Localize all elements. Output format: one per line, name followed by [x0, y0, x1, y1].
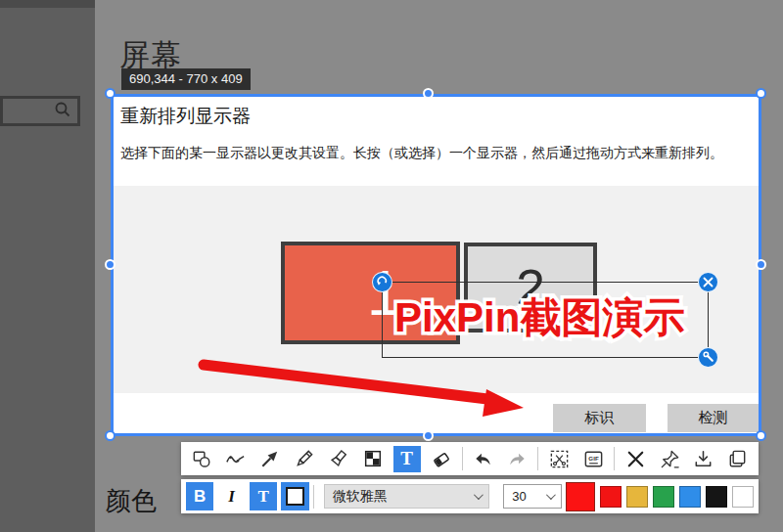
- selection-handle-bottom-right[interactable]: [756, 430, 766, 441]
- italic-toggle[interactable]: I: [217, 482, 245, 510]
- highlighter-tool[interactable]: [325, 446, 352, 472]
- selection-size-tooltip: 690,344 - 770 x 409: [121, 68, 251, 90]
- font-size-value: 30: [512, 489, 526, 504]
- color-swatch-black[interactable]: [706, 486, 727, 508]
- annotation-toolbar: T GIF: [181, 442, 759, 475]
- detect-button[interactable]: 检测: [668, 404, 759, 432]
- color-swatch-yellow[interactable]: [626, 486, 648, 508]
- color-swatch-green[interactable]: [653, 486, 674, 508]
- rotate-icon: [376, 274, 389, 291]
- search-icon: [54, 101, 71, 122]
- toolbar-separator: [614, 447, 615, 470]
- selection-handle-bottom-left[interactable]: [105, 430, 115, 441]
- eraser-tool[interactable]: [428, 446, 455, 472]
- polyline-tool[interactable]: [222, 446, 250, 472]
- gif-record-tool[interactable]: GIF: [579, 446, 607, 472]
- text-format-bar: B I T 微软雅黑 30: [181, 479, 759, 513]
- chevron-down-icon: [546, 490, 556, 500]
- arrow-tool[interactable]: [256, 446, 284, 472]
- outline-color-button[interactable]: [281, 482, 308, 510]
- selection-handle-top-middle[interactable]: [423, 88, 434, 99]
- color-swatch-red[interactable]: [600, 486, 622, 508]
- toolbar-separator: [313, 485, 314, 509]
- selection-handle-bottom-middle[interactable]: [423, 430, 434, 441]
- dialog-description: 选择下面的某一显示器以更改其设置。长按（或选择）一个显示器，然后通过拖动方式来重…: [120, 145, 757, 162]
- bold-toggle[interactable]: B: [186, 482, 213, 510]
- text-annotation-box[interactable]: PixPin截图演示: [382, 282, 709, 358]
- outline-color-chip: [286, 487, 304, 506]
- color-swatch-blue[interactable]: [679, 486, 701, 508]
- chevron-down-icon: [474, 490, 484, 500]
- toolbar-separator: [537, 447, 538, 470]
- resize-annotation-handle[interactable]: [698, 347, 718, 368]
- toolbar-separator: [462, 447, 463, 470]
- close-icon: [703, 274, 714, 291]
- selection-handle-top-right[interactable]: [756, 88, 766, 99]
- outline-toggle[interactable]: T: [250, 482, 277, 510]
- gif-icon-label: GIF: [588, 454, 599, 461]
- text-tool[interactable]: T: [393, 446, 421, 472]
- selection-handle-middle-left[interactable]: [105, 259, 115, 270]
- pin-button[interactable]: [656, 446, 683, 472]
- pencil-tool[interactable]: [291, 446, 318, 472]
- delete-annotation-handle[interactable]: [698, 272, 718, 292]
- annotation-text[interactable]: PixPin截图演示: [394, 290, 684, 346]
- crop-scissors-tool[interactable]: [545, 446, 573, 472]
- capture-selection[interactable]: 重新排列显示器 选择下面的某一显示器以更改其设置。长按（或选择）一个显示器，然后…: [111, 94, 761, 436]
- font-size-select[interactable]: 30: [503, 484, 562, 509]
- shape-tool[interactable]: [188, 446, 215, 472]
- font-family-select[interactable]: 微软雅黑: [324, 484, 490, 509]
- resize-icon: [703, 349, 714, 367]
- search-input[interactable]: [0, 96, 80, 126]
- dialog-title: 重新排列显示器: [120, 104, 251, 129]
- save-button[interactable]: [690, 446, 717, 472]
- mosaic-tool[interactable]: [359, 446, 387, 472]
- color-swatches: [566, 482, 754, 511]
- selection-handle-top-left[interactable]: [105, 88, 115, 99]
- settings-sidebar: [0, 0, 95, 532]
- pixpin-capture-screen: 屏幕 690,344 - 770 x 409 重新排列显示器 选择下面的某一显示…: [0, 0, 783, 532]
- copy-button[interactable]: [724, 446, 752, 472]
- color-swatch-white[interactable]: [732, 486, 754, 508]
- undo-button[interactable]: [469, 446, 496, 472]
- cancel-button[interactable]: [622, 446, 649, 472]
- selection-handle-middle-right[interactable]: [756, 259, 766, 270]
- redo-button[interactable]: [503, 446, 530, 472]
- rotate-handle[interactable]: [372, 272, 392, 292]
- identify-button[interactable]: 标识: [553, 404, 646, 432]
- color-label: 颜色: [106, 484, 157, 518]
- titlebar-fragment: [0, 0, 95, 8]
- current-color-swatch[interactable]: [566, 482, 595, 511]
- font-family-value: 微软雅黑: [333, 488, 388, 506]
